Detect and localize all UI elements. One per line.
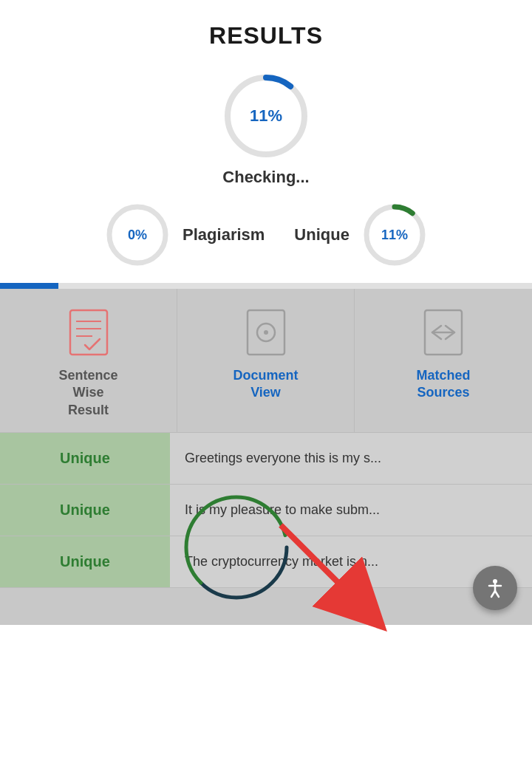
result-text: Greetings everyone this is my s... (170, 433, 532, 484)
checking-label: Checking... (0, 168, 532, 187)
unique-percentage: 11% (381, 228, 408, 243)
progress-bar-fill (0, 283, 58, 289)
document-view-option[interactable]: DocumentView (177, 289, 355, 432)
svg-point-12 (264, 330, 268, 335)
matched-sources-option[interactable]: MatchedSources (355, 289, 532, 432)
plagiarism-stat: 0% Plagiarism (104, 202, 265, 268)
result-status-unique: Unique (0, 536, 170, 587)
fab-button[interactable] (473, 566, 517, 610)
main-circle-percentage: 11% (250, 106, 282, 126)
sentence-wise-icon (63, 307, 115, 358)
matched-sources-label: MatchedSources (416, 367, 470, 402)
progress-bar (0, 283, 532, 289)
accessibility-icon (483, 576, 507, 600)
svg-line-22 (491, 591, 495, 597)
result-text: It is my pleasure to make subm... (170, 485, 532, 536)
page-title: RESULTS (0, 22, 532, 49)
sentence-wise-label: SentenceWiseResult (58, 367, 117, 419)
result-row[interactable]: Unique The cryptocurrency market is n... (0, 536, 532, 588)
unique-label: Unique (294, 225, 349, 245)
result-row[interactable]: Unique It is my pleasure to make subm... (0, 485, 532, 536)
content-area: SentenceWiseResult DocumentView (0, 289, 532, 625)
plagiarism-percentage: 0% (128, 228, 147, 243)
matched-sources-icon (417, 307, 469, 358)
sentence-wise-option[interactable]: SentenceWiseResult (0, 289, 177, 432)
result-status-unique: Unique (0, 485, 170, 536)
result-status-unique: Unique (0, 433, 170, 484)
unique-stat: Unique 11% (294, 202, 428, 268)
stats-row: 0% Plagiarism Unique 11% (0, 202, 532, 268)
plagiarism-label: Plagiarism (183, 225, 265, 245)
document-view-icon (240, 307, 292, 358)
main-progress-circle: 11% (0, 72, 532, 160)
document-view-label: DocumentView (233, 367, 298, 402)
svg-line-23 (495, 591, 499, 597)
content-wrapper: SentenceWiseResult DocumentView (0, 289, 532, 625)
view-options-grid: SentenceWiseResult DocumentView (0, 289, 532, 433)
result-row[interactable]: Unique Greetings everyone this is my s..… (0, 433, 532, 485)
results-list: Unique Greetings everyone this is my s..… (0, 433, 532, 588)
